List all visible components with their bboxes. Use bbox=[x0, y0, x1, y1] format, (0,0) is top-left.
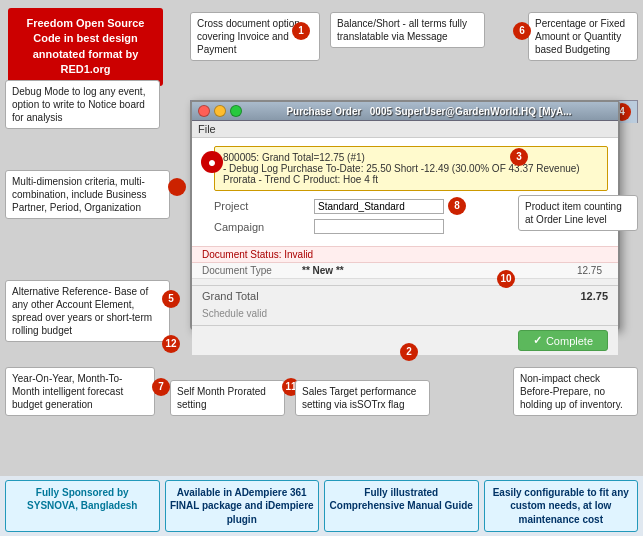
doc-type-value: ** New ** bbox=[302, 265, 344, 276]
doc-status-row: Document Status: Invalid bbox=[192, 246, 618, 263]
callout-year: Year-On-Year, Month-To-Month intelligent… bbox=[5, 367, 155, 416]
blue-box-sysnova: Fully Sponsored by SYSNOVA, Bangladesh bbox=[5, 480, 160, 533]
top-banner: Freedom Open Source Code in best design … bbox=[8, 8, 163, 86]
minimize-btn[interactable] bbox=[214, 105, 226, 117]
campaign-input[interactable] bbox=[314, 219, 444, 234]
top-banner-text: Freedom Open Source Code in best design … bbox=[27, 17, 145, 75]
main-container: Freedom Open Source Code in best design … bbox=[0, 0, 643, 536]
blue-box-sysnova-text: Fully Sponsored by SYSNOVA, Bangladesh bbox=[27, 487, 137, 512]
blue-box-manual-text: Fully illustrated Comprehensive Manual G… bbox=[330, 487, 473, 512]
blue-box-configurable-text: Easily configurable to fit any custom ne… bbox=[493, 487, 629, 525]
gt-value: 12.75 bbox=[580, 290, 608, 302]
grand-total-row: Grand Total 12.75 bbox=[192, 285, 618, 306]
callout-altref-text: Alternative Reference- Base of any other… bbox=[12, 286, 152, 336]
callout-debug-text: Debug Mode to log any event, option to w… bbox=[12, 86, 145, 123]
badge-1: 1 bbox=[292, 22, 310, 40]
badge-3: 3 bbox=[510, 148, 528, 166]
callout-multidim-text: Multi-dimension criteria, multi-combinat… bbox=[12, 176, 147, 213]
badge-8: 8 bbox=[448, 197, 466, 215]
project-input[interactable] bbox=[314, 199, 444, 214]
callout-multidim: Multi-dimension criteria, multi-combinat… bbox=[5, 170, 170, 219]
callout-product: Product item counting at Order Line leve… bbox=[518, 195, 638, 231]
complete-button[interactable]: Complete bbox=[518, 330, 608, 351]
row-value-1: 12.75 bbox=[577, 265, 602, 276]
app-menubar: File bbox=[192, 121, 618, 138]
blue-box-manual: Fully illustrated Comprehensive Manual G… bbox=[324, 480, 479, 533]
badge-2: 2 bbox=[400, 343, 418, 361]
callout-salestarget-text: Sales Target performance setting via isS… bbox=[302, 386, 416, 410]
app-titlebar: Purchase Order 0005 SuperUser@GardenWorl… bbox=[192, 102, 618, 121]
menu-file[interactable]: File bbox=[198, 123, 216, 135]
campaign-label: Campaign bbox=[214, 221, 314, 233]
callout-year-text: Year-On-Year, Month-To-Month intelligent… bbox=[12, 373, 123, 410]
complete-label: Complete bbox=[546, 335, 593, 347]
callout-balance: Balance/Short - all terms fully translat… bbox=[330, 12, 485, 48]
blue-box-adempiere: Available in ADempiere 361 FINAL package… bbox=[165, 480, 320, 533]
callout-nonimpact-text: Non-impact check Before-Prepare, no hold… bbox=[520, 373, 623, 410]
debug-message: ● 800005: Grand Total=12.75 (#1) - Debug… bbox=[214, 146, 608, 191]
callout-selfmonth: Self Month Prorated setting bbox=[170, 380, 285, 416]
blue-box-adempiere-text: Available in ADempiere 361 FINAL package… bbox=[170, 487, 314, 525]
callout-debug: Debug Mode to log any event, option to w… bbox=[5, 80, 160, 129]
callout-salestarget: Sales Target performance setting via isS… bbox=[295, 380, 430, 416]
project-label: Project bbox=[214, 200, 314, 212]
badge-ect bbox=[168, 178, 186, 196]
blue-box-configurable: Easily configurable to fit any custom ne… bbox=[484, 480, 639, 533]
callout-altref: Alternative Reference- Base of any other… bbox=[5, 280, 170, 342]
callout-nonimpact: Non-impact check Before-Prepare, no hold… bbox=[513, 367, 638, 416]
doc-type-row: Document Type ** New ** 12.75 bbox=[192, 263, 618, 279]
close-btn[interactable] bbox=[198, 105, 210, 117]
badge-10: 10 bbox=[497, 270, 515, 288]
callout-cross-doc-text: Cross document option covering Invoice a… bbox=[197, 18, 300, 55]
badge-7: 7 bbox=[152, 378, 170, 396]
badge-5: 5 bbox=[162, 290, 180, 308]
schedule-valid-row: Schedule valid bbox=[192, 306, 618, 321]
badge-12: 12 bbox=[162, 335, 180, 353]
gt-label: Grand Total bbox=[202, 290, 302, 302]
callout-balance-text: Balance/Short - all terms fully translat… bbox=[337, 18, 467, 42]
bottom-blue-band: Fully Sponsored by SYSNOVA, Bangladesh A… bbox=[0, 476, 643, 537]
doc-type-label: Document Type bbox=[202, 265, 302, 276]
schedule-valid-label: Schedule valid bbox=[202, 308, 267, 319]
callout-percent: Percentage or Fixed Amount or Quantity b… bbox=[528, 12, 638, 61]
badge-6: 6 bbox=[513, 22, 531, 40]
callout-selfmonth-text: Self Month Prorated setting bbox=[177, 386, 266, 410]
stop-icon: ● bbox=[201, 151, 223, 173]
callout-product-text: Product item counting at Order Line leve… bbox=[525, 201, 622, 225]
maximize-btn[interactable] bbox=[230, 105, 242, 117]
callout-percent-text: Percentage or Fixed Amount or Quantity b… bbox=[535, 18, 625, 55]
window-title: Purchase Order 0005 SuperUser@GardenWorl… bbox=[246, 106, 612, 117]
